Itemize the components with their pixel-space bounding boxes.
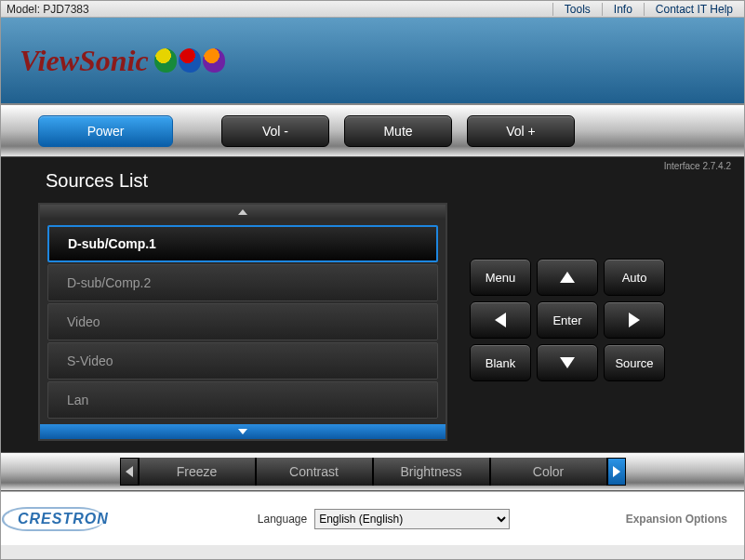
nav-keypad: Menu Auto Enter Blank Source — [470, 259, 665, 441]
tabs-next-button[interactable] — [607, 458, 626, 486]
chevron-down-icon — [238, 429, 247, 434]
control-band: Power Vol - Mute Vol + — [1, 105, 744, 157]
bird-icon — [179, 48, 201, 73]
language-picker: Language English (English) — [258, 509, 510, 529]
top-bar: Model: PJD7383 Tools Info Contact IT Hel… — [1, 1, 744, 18]
chevron-right-icon — [613, 466, 620, 477]
menu-button[interactable]: Menu — [470, 259, 531, 296]
mute-button[interactable]: Mute — [344, 115, 452, 147]
svg-marker-7 — [613, 466, 620, 477]
vol-up-button[interactable]: Vol + — [467, 115, 575, 147]
arrow-down-icon — [560, 357, 575, 368]
svg-marker-6 — [126, 466, 133, 477]
footer: CRESTRON Language English (English) Expa… — [1, 491, 744, 545]
arrow-up-icon — [560, 272, 575, 283]
top-menu-info[interactable]: Info — [602, 3, 644, 16]
blank-button[interactable]: Blank — [470, 344, 531, 381]
sources-list-title: Sources List — [1, 165, 744, 199]
bird-icon — [203, 48, 225, 73]
tab-freeze[interactable]: Freeze — [139, 458, 256, 486]
scroll-up-button[interactable] — [40, 205, 446, 220]
svg-marker-2 — [560, 272, 575, 283]
scroll-down-button[interactable] — [40, 424, 446, 439]
sources-list: D-sub/Comp.1 D-sub/Comp.2 Video S-Video … — [38, 203, 447, 441]
brand-banner: ViewSonic — [1, 18, 744, 105]
source-item[interactable]: Video — [47, 303, 438, 340]
source-item[interactable]: D-sub/Comp.2 — [47, 264, 438, 301]
tabs-prev-button[interactable] — [120, 458, 139, 486]
power-button[interactable]: Power — [38, 115, 173, 147]
nav-down-button[interactable] — [537, 344, 598, 381]
expansion-options-link[interactable]: Expansion Options — [626, 513, 727, 526]
nav-left-button[interactable] — [470, 301, 531, 339]
source-button[interactable]: Source — [604, 344, 665, 381]
arrow-right-icon — [629, 313, 640, 327]
source-item[interactable]: Lan — [47, 381, 438, 419]
svg-marker-4 — [629, 313, 640, 327]
enter-button[interactable]: Enter — [537, 301, 598, 339]
source-item[interactable]: S-Video — [47, 342, 438, 380]
model-label: Model: PJD7383 — [1, 3, 552, 16]
bird-icon — [154, 48, 177, 73]
chevron-up-icon — [238, 209, 247, 215]
language-label: Language — [258, 513, 307, 526]
settings-tabs-band: Freeze Contrast Brightness Color — [1, 452, 744, 491]
sources-list-items: D-sub/Comp.1 D-sub/Comp.2 Video S-Video … — [40, 220, 446, 424]
brand-birds-icon — [154, 48, 225, 73]
chevron-left-icon — [126, 466, 133, 477]
tab-color[interactable]: Color — [490, 458, 607, 486]
svg-marker-5 — [560, 357, 575, 368]
auto-button[interactable]: Auto — [604, 259, 665, 296]
arrow-left-icon — [495, 313, 506, 327]
interface-version: Interface 2.7.4.2 — [664, 161, 731, 171]
language-select[interactable]: English (English) — [314, 509, 510, 529]
vol-down-button[interactable]: Vol - — [221, 115, 329, 147]
svg-marker-1 — [238, 429, 247, 434]
nav-right-button[interactable] — [604, 301, 665, 339]
crestron-logo: CRESTRON — [18, 511, 109, 527]
svg-marker-0 — [238, 209, 247, 215]
nav-up-button[interactable] — [537, 259, 598, 296]
tab-contrast[interactable]: Contrast — [256, 458, 373, 486]
top-menu-contact[interactable]: Contact IT Help — [644, 3, 744, 16]
main-panel: Interface 2.7.4.2 Sources List D-sub/Com… — [1, 157, 744, 452]
top-menu: Tools Info Contact IT Help — [552, 3, 744, 16]
source-item[interactable]: D-sub/Comp.1 — [47, 225, 438, 262]
top-menu-tools[interactable]: Tools — [552, 3, 602, 16]
brand-logo-text: ViewSonic — [20, 44, 149, 78]
tab-brightness[interactable]: Brightness — [373, 458, 490, 486]
svg-marker-3 — [495, 313, 506, 327]
